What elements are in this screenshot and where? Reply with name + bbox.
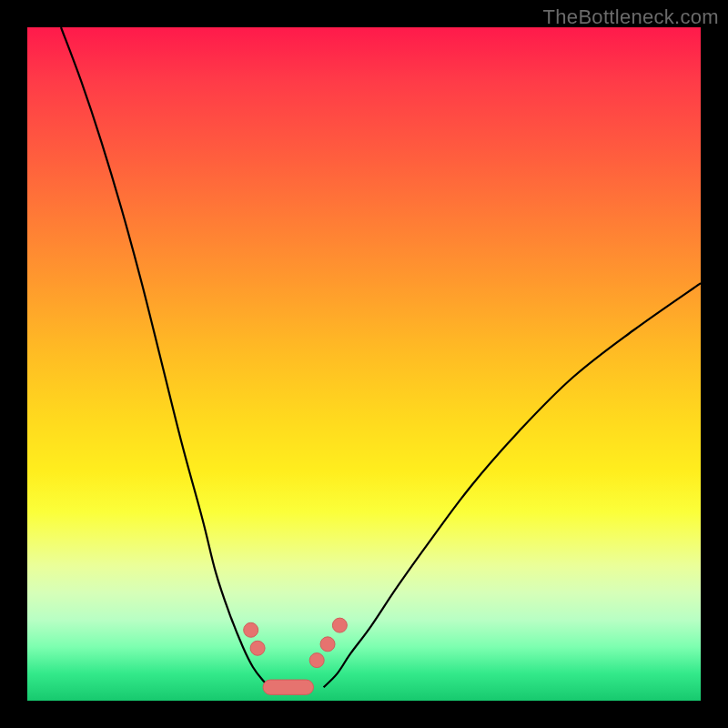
curve-right bbox=[324, 283, 701, 687]
plot-area bbox=[27, 27, 701, 701]
watermark-text: TheBottleneck.com bbox=[543, 5, 719, 29]
data-dot bbox=[320, 637, 335, 652]
chart-stage: TheBottleneck.com bbox=[0, 0, 728, 728]
data-dot bbox=[250, 641, 265, 655]
marker-layer bbox=[244, 618, 348, 694]
data-dot bbox=[332, 618, 347, 632]
data-dot bbox=[309, 653, 324, 668]
curve-left bbox=[61, 27, 269, 687]
data-dot bbox=[244, 622, 258, 637]
chart-svg bbox=[27, 27, 701, 701]
floor-bar bbox=[263, 680, 314, 694]
